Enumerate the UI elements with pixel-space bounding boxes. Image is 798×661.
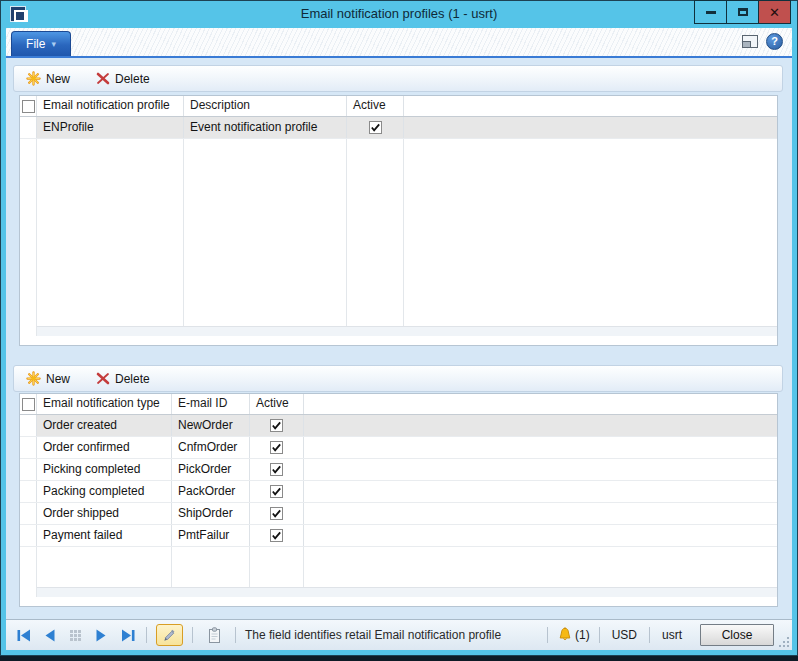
new-star-icon (26, 71, 41, 86)
delete-x-icon (96, 72, 110, 85)
file-menu-label: File (26, 37, 45, 51)
check-icon (271, 508, 282, 519)
column-header[interactable]: E-mail ID (172, 394, 250, 414)
close-button[interactable]: Close (700, 624, 774, 646)
status-message: The field identifies retail Email notifi… (245, 628, 501, 642)
grid-view-button[interactable] (66, 627, 85, 643)
profiles-grid: Email notification profile Description A… (19, 95, 778, 346)
type-cell[interactable]: Packing completed (37, 481, 172, 502)
new-star-icon (26, 371, 41, 386)
previous-record-icon (43, 629, 56, 642)
active-checkbox[interactable] (270, 529, 283, 542)
active-checkbox[interactable] (270, 419, 283, 432)
select-all-checkbox[interactable] (22, 398, 35, 411)
active-checkbox[interactable] (270, 463, 283, 476)
content-area: New Delete Email notification profile (6, 58, 792, 650)
new-type-button[interactable]: New (26, 371, 70, 386)
column-header[interactable]: Active (347, 96, 404, 116)
table-row[interactable]: Picking completed PickOrder (20, 459, 777, 481)
resize-grip-icon[interactable] (779, 637, 789, 647)
horizontal-scrollbar[interactable] (37, 326, 777, 336)
chevron-down-icon: ▾ (51, 40, 56, 49)
window-title: Email notification profiles (1 - usrt) (1, 1, 797, 28)
next-record-icon (95, 629, 108, 642)
column-header[interactable]: Description (184, 96, 347, 116)
column-header[interactable]: Email notification profile (37, 96, 184, 116)
maximize-button[interactable] (726, 0, 759, 24)
active-cell (347, 117, 404, 138)
edit-record-button[interactable] (156, 624, 183, 646)
active-checkbox[interactable] (270, 441, 283, 454)
email-id-cell[interactable]: NewOrder (172, 415, 250, 436)
email-id-cell[interactable]: PmtFailur (172, 525, 250, 546)
last-record-button[interactable] (118, 627, 137, 643)
close-icon: ✕ (769, 6, 780, 19)
new-button-label: New (46, 72, 70, 86)
description-cell[interactable]: Event notification profile (184, 117, 347, 138)
active-checkbox[interactable] (369, 121, 382, 134)
user-indicator[interactable]: usrt (659, 628, 685, 642)
next-record-button[interactable] (92, 627, 111, 643)
new-profile-button[interactable]: New (26, 71, 70, 86)
active-checkbox[interactable] (270, 507, 283, 520)
bell-icon (557, 627, 573, 643)
first-record-button[interactable] (14, 627, 33, 643)
column-header[interactable]: Email notification type (37, 394, 172, 414)
close-window-button[interactable]: ✕ (758, 0, 791, 24)
select-all-cell (20, 394, 37, 414)
column-header[interactable]: Active (250, 394, 304, 414)
profile-cell[interactable]: ENProfile (37, 117, 184, 138)
grid-view-icon (69, 629, 82, 642)
notification-count: (1) (575, 628, 590, 642)
new-button-label: New (46, 372, 70, 386)
table-row[interactable]: Order confirmed CnfmOrder (20, 437, 777, 459)
check-icon (271, 442, 282, 453)
type-cell[interactable]: Order shipped (37, 503, 172, 524)
layout-pane-icon[interactable] (742, 35, 758, 48)
type-cell[interactable]: Picking completed (37, 459, 172, 480)
titlebar: Email notification profiles (1 - usrt) ✕ (1, 1, 797, 28)
clipboard-icon (207, 627, 222, 644)
email-id-cell[interactable]: ShipOrder (172, 503, 250, 524)
type-cell[interactable]: Order created (37, 415, 172, 436)
document-handling-button[interactable] (202, 624, 226, 646)
table-row[interactable]: Packing completed PackOrder (20, 481, 777, 503)
app-window: Email notification profiles (1 - usrt) ✕… (0, 0, 798, 656)
delete-x-icon (96, 372, 110, 385)
check-icon (271, 420, 282, 431)
email-id-cell[interactable]: PickOrder (172, 459, 250, 480)
types-toolbar: New Delete (13, 365, 783, 392)
table-row[interactable]: ENProfile Event notification profile (20, 117, 777, 139)
table-row[interactable]: Order shipped ShipOrder (20, 503, 777, 525)
profiles-grid-header: Email notification profile Description A… (20, 96, 777, 117)
profiles-grid-body: ENProfile Event notification profile (20, 117, 777, 336)
notifications-button[interactable]: (1) (557, 627, 590, 643)
help-icon[interactable]: ? (766, 33, 783, 50)
delete-type-button[interactable]: Delete (96, 372, 150, 386)
minimize-icon (706, 11, 716, 14)
delete-profile-button[interactable]: Delete (96, 72, 150, 86)
previous-record-button[interactable] (40, 627, 59, 643)
types-grid: Email notification type E-mail ID Active… (19, 393, 778, 607)
currency-indicator[interactable]: USD (609, 628, 640, 642)
table-row[interactable]: Order created NewOrder (20, 415, 777, 437)
check-icon (271, 464, 282, 475)
email-id-cell[interactable]: PackOrder (172, 481, 250, 502)
type-cell[interactable]: Order confirmed (37, 437, 172, 458)
email-id-cell[interactable]: CnfmOrder (172, 437, 250, 458)
types-grid-header: Email notification type E-mail ID Active (20, 394, 777, 415)
table-row[interactable]: Payment failed PmtFailur (20, 525, 777, 547)
check-icon (271, 530, 282, 541)
minimize-button[interactable] (694, 0, 727, 24)
active-checkbox[interactable] (270, 485, 283, 498)
select-all-checkbox[interactable] (22, 100, 35, 113)
delete-button-label: Delete (115, 72, 150, 86)
first-record-icon (16, 629, 32, 642)
window-controls: ✕ (695, 0, 791, 24)
type-cell[interactable]: Payment failed (37, 525, 172, 546)
file-menu-button[interactable]: File ▾ (11, 31, 71, 56)
check-icon (370, 122, 381, 133)
profiles-toolbar: New Delete (13, 65, 783, 92)
horizontal-scrollbar[interactable] (37, 587, 777, 597)
types-grid-body: Order created NewOrder Order confirmed C… (20, 415, 777, 597)
